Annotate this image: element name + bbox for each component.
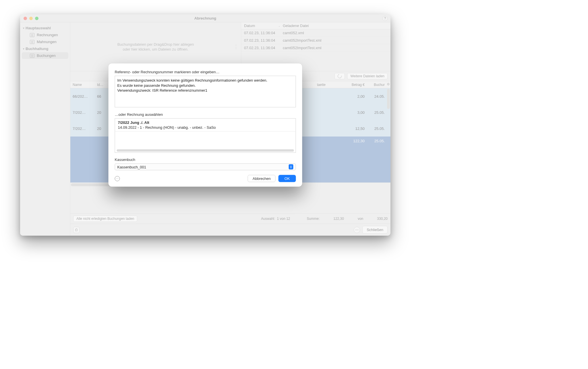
select-arrows-icon: ▲▼ (289, 164, 293, 170)
close-button-label: Schließen (367, 228, 383, 232)
cell-buch: 24.05. (367, 94, 387, 99)
column-header-buchur[interactable]: Buchur (374, 83, 385, 87)
sidebar: ▾ Hauptauswahl Rechnungen Mahnungen ▾ Bu… (20, 22, 70, 236)
cell-betrag: 2,00 (332, 94, 367, 99)
sidebar-item-mahnungen[interactable]: Mahnungen (22, 39, 68, 45)
bookings-icon (30, 54, 34, 58)
file-list-row[interactable]: 07.02.23, 11:36:04 camt052ImportTest.xml (241, 37, 390, 44)
dropzone-text-1: Buchungsdateien per Drag&Drop hier ableg… (117, 42, 194, 47)
cancel-label: Abbrechen (253, 176, 271, 181)
invoice-icon (30, 33, 34, 37)
column-header-datei[interactable]: Geladene Datei (283, 24, 309, 28)
ellipsis-icon: ⋯ (355, 228, 359, 232)
cell-datum: 07.02.23, 11:36:04 (244, 31, 283, 35)
cancel-button[interactable]: Abbrechen (248, 175, 276, 182)
reference-label: Referenz- oder Rechnungsnummer markieren… (115, 70, 296, 74)
sidebar-section-buchhaltung[interactable]: ▾ Buchhaltung (20, 45, 70, 52)
cell-datum: 07.02.23, 11:36:04 (244, 38, 283, 43)
load-all-bookings-button[interactable]: Alle nicht erledigten Buchungen laden (73, 216, 137, 222)
file-list-header: Datum ⌄ Geladene Datei (241, 22, 390, 29)
von-label: von (358, 217, 363, 221)
close-button[interactable]: Schließen (362, 226, 388, 234)
cell-betrag: 3,00 (332, 110, 367, 115)
list-item-title: 7/2022 Jung ./. Alt (115, 119, 296, 125)
modal-more-button[interactable]: ⋯ (115, 176, 120, 181)
summe-label: Summe: (307, 217, 320, 221)
cell-datei: camt052ImportTest.xml (283, 46, 388, 50)
load-more-files-label: Weitere Dateien laden (350, 74, 384, 78)
auswahl-label: Auswahl: (261, 217, 275, 221)
column-header-taette[interactable]: taette (317, 83, 326, 87)
printer-icon: ⎙ (75, 228, 78, 232)
cell-buch: 25.05. (367, 110, 387, 115)
status-bar: Alle nicht erledigten Buchungen laden Au… (70, 214, 390, 224)
table-settings-icon[interactable]: ⚙ (387, 82, 390, 86)
total-value: 330,20 (377, 217, 388, 221)
dropzone-text-2: oder hier klicken, um Dateien zu öffnen. (123, 47, 189, 51)
cell-buch: 25.05. (367, 126, 387, 131)
sidebar-section-label: Buchhaltung (26, 47, 48, 51)
ellipsis-icon: ⋯ (116, 177, 119, 180)
cell-betrag: 12,50 (332, 126, 367, 131)
sidebar-section-label: Hauptauswahl (26, 26, 51, 30)
scrollbar-thumb[interactable] (387, 89, 390, 109)
help-button[interactable]: ? (382, 16, 388, 21)
column-header-datum[interactable]: Datum (244, 24, 255, 28)
cell-name: 7/202… (70, 110, 95, 115)
ok-label: OK (285, 176, 290, 181)
print-button[interactable]: ⎙ (73, 227, 80, 233)
cell-name: 66/202… (70, 94, 95, 99)
dropzone-handle-icon[interactable]: ⋮ (233, 44, 239, 50)
cell-betrag: 122,30 (332, 139, 367, 143)
sidebar-section-hauptauswahl[interactable]: ▾ Hauptauswahl (20, 25, 70, 31)
listbox-scrollbar[interactable] (117, 149, 294, 152)
cell-datei: camt052.xml (283, 31, 388, 35)
refresh-button[interactable] (334, 73, 345, 79)
chevron-down-icon: ▾ (23, 47, 24, 50)
sidebar-item-rechnungen[interactable]: Rechnungen (22, 32, 68, 38)
reminder-icon (30, 40, 34, 44)
sidebar-item-label: Mahnungen (37, 40, 57, 44)
refresh-icon (337, 73, 343, 79)
load-all-bookings-label: Alle nicht erledigten Buchungen laden (76, 217, 134, 221)
auswahl-value: 1 von 12 (277, 217, 290, 221)
sidebar-item-buchungen[interactable]: Buchungen (22, 52, 68, 59)
sidebar-item-label: Buchungen (37, 53, 56, 58)
load-more-files-button[interactable]: Weitere Dateien laden (347, 73, 388, 79)
more-options-button[interactable]: ⋯ (354, 227, 360, 233)
pick-invoice-label: …oder Rechnung auswählen (115, 112, 296, 117)
cell-name: 7/202… (70, 126, 95, 131)
kassenbuch-select[interactable]: Kassenbuch_001 ▲▼ (115, 164, 296, 170)
cell-datei: camt052ImportTest.xml (283, 38, 388, 43)
cell-datum: 07.02.23, 11:36:04 (244, 46, 283, 50)
kassenbuch-value: Kassenbuch_001 (117, 165, 146, 169)
sort-caret-icon[interactable]: ⌄ (278, 24, 281, 27)
chevron-down-icon: ▾ (23, 27, 24, 30)
main-window: Abrechnung ? ▾ Hauptauswahl Rechnungen M… (20, 14, 390, 236)
summe-value: 122,30 (333, 217, 344, 221)
vertical-scrollbar[interactable] (386, 88, 390, 182)
kassenbuch-label: Kassenbuch (115, 157, 296, 162)
invoice-listbox[interactable]: 7/2022 Jung ./. Alt 14.09.2022 - 1 - Rec… (115, 118, 296, 153)
cell-buch: 25.05. (367, 139, 387, 143)
reference-modal: Referenz- oder Rechnungsnummer markieren… (109, 64, 302, 187)
sidebar-item-label: Rechnungen (37, 33, 58, 37)
titlebar: Abrechnung ? (20, 14, 390, 22)
file-list-row[interactable]: 07.02.23, 11:36:04 camt052ImportTest.xml (241, 44, 390, 52)
reference-textarea[interactable] (115, 76, 296, 107)
column-header-name[interactable]: Name (73, 83, 82, 87)
file-list-row[interactable]: 07.02.23, 11:36:04 camt052.xml (241, 29, 390, 37)
column-header-id[interactable]: Id… (97, 83, 103, 87)
window-footer: ⎙ ⋯ Schließen (70, 224, 390, 236)
column-header-betrag[interactable]: Betrag € (352, 83, 365, 87)
window-title: Abrechnung (20, 16, 390, 20)
list-item-subtitle: 14.09.2022 - 1 - Rechnung (HON) - unabg.… (115, 125, 296, 132)
ok-button[interactable]: OK (278, 175, 296, 182)
